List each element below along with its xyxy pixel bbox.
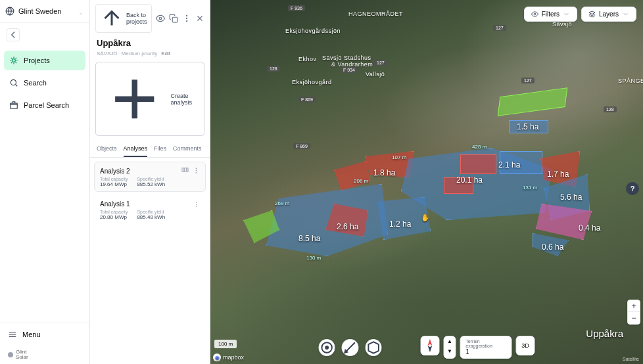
more-button[interactable] xyxy=(182,14,191,23)
svg-point-16 xyxy=(196,204,197,205)
dimension-label: 206 m xyxy=(354,178,368,184)
help-button[interactable]: ? xyxy=(626,182,639,195)
project-priority: Medium priority xyxy=(122,51,158,57)
stat-label: Total capacity xyxy=(100,177,128,181)
locate-button[interactable] xyxy=(319,339,335,356)
terrain-value: 1 xyxy=(465,348,506,355)
stat-value: 20.80 MWp xyxy=(100,214,128,220)
parcel-area-label: 8.5 ha xyxy=(298,234,320,243)
road-shield: 128 xyxy=(267,66,280,72)
edit-project-button[interactable]: Edit xyxy=(161,51,170,57)
parcel-icon xyxy=(9,101,18,110)
map-parcel-polygon[interactable] xyxy=(334,161,370,191)
sidebar-menu-button[interactable]: Menu xyxy=(0,323,89,346)
tab-files[interactable]: Files xyxy=(154,141,166,157)
stat-label: Specific yield xyxy=(137,210,165,214)
stat-label: Specific yield xyxy=(137,177,165,181)
map-parcel-polygon[interactable] xyxy=(460,154,496,174)
analysis-card[interactable]: Analysis 1 Total capacity20.80 MWp Speci… xyxy=(94,196,206,225)
dimension-label: 428 m xyxy=(472,144,487,150)
svg-rect-3 xyxy=(11,103,18,108)
more-icon[interactable] xyxy=(193,166,200,175)
create-analysis-button[interactable]: Create analysis xyxy=(95,62,204,136)
org-selector[interactable]: Glint Sweden xyxy=(0,0,89,23)
zoom-in-button[interactable]: + xyxy=(628,300,640,312)
panels-icon[interactable] xyxy=(181,166,189,173)
layers-button[interactable]: Layers xyxy=(581,7,636,22)
svg-point-17 xyxy=(196,206,197,207)
tilt-control: ▲ ▼ xyxy=(443,336,456,359)
copy-button[interactable] xyxy=(169,14,178,23)
sidebar-item-parcel-search[interactable]: Parcel Search xyxy=(4,95,85,115)
sidebar-label: Projects xyxy=(24,57,50,64)
visibility-toggle-button[interactable] xyxy=(156,14,165,23)
zoom-control: + − xyxy=(627,300,640,325)
road-shield: F 934 xyxy=(341,67,358,73)
scale-bar: 100 m xyxy=(214,340,237,348)
stat-value: 885.52 kWh xyxy=(137,181,165,187)
back-label: Back to projects xyxy=(126,12,147,25)
dimension-label: 269 m xyxy=(275,200,289,206)
project-panel: Back to projects Uppåkra SÄVSJÖ Medium p… xyxy=(90,0,210,364)
tab-analyses[interactable]: Analyses xyxy=(124,141,148,157)
road-shield: F 936 xyxy=(288,5,305,11)
terrain-exaggeration-control[interactable]: Terrain exaggeration 1 xyxy=(460,336,512,359)
layers-icon xyxy=(588,11,596,18)
tab-comments[interactable]: Comments xyxy=(173,141,202,157)
svg-point-8 xyxy=(186,20,187,22)
filters-button[interactable]: Filters xyxy=(524,7,577,22)
project-title: Uppåkra xyxy=(90,37,210,49)
toggle-3d-button[interactable]: 3D xyxy=(516,336,535,355)
tilt-up-button[interactable]: ▲ xyxy=(444,336,456,346)
dimension-label: 107 m xyxy=(392,154,406,160)
tab-objects[interactable]: Objects xyxy=(97,141,117,157)
stat-value: 19.64 MWp xyxy=(100,181,128,187)
project-region: SÄVSJÖ xyxy=(97,51,118,57)
parcel-area-label: 1.8 ha xyxy=(373,168,395,177)
back-to-projects-button[interactable]: Back to projects xyxy=(95,4,152,33)
stat-label: Total capacity xyxy=(100,210,128,214)
app-sidebar: Glint Sweden Projects Search Parcel Sear… xyxy=(0,0,90,364)
close-panel-button[interactable] xyxy=(195,14,204,23)
map-place-label: Sävsjö Stadshus xyxy=(322,55,371,61)
arrow-left-icon xyxy=(100,7,124,30)
road-shield: F 869 xyxy=(298,97,316,102)
mapbox-attribution: ◉ mapbox xyxy=(213,353,244,361)
map-canvas[interactable]: HAGNEOMRÅDETVallsjöEksjöhovgårdEksjöhovg… xyxy=(210,0,643,364)
sidebar-item-search[interactable]: Search xyxy=(4,73,85,93)
measure-button[interactable] xyxy=(342,339,358,356)
parcel-area-label: 20.1 ha xyxy=(456,175,483,185)
svg-rect-11 xyxy=(187,168,188,172)
sidebar-collapse-button[interactable] xyxy=(7,28,20,41)
org-name: Glint Sweden xyxy=(18,7,74,15)
mapbox-logo-icon: ◉ xyxy=(213,353,221,361)
filters-label: Filters xyxy=(542,11,560,18)
map-place-label: SPÅNGEN xyxy=(618,78,643,84)
svg-point-14 xyxy=(196,172,197,173)
more-icon[interactable] xyxy=(193,200,200,208)
stat-value: 885.48 kWh xyxy=(137,214,165,220)
road-shield: 127 xyxy=(493,25,506,31)
map-place-label: Sävsjö xyxy=(552,21,572,28)
draw-polygon-button[interactable] xyxy=(365,339,381,356)
svg-point-18 xyxy=(534,13,536,15)
sidebar-item-projects[interactable]: Projects xyxy=(4,51,85,70)
parcel-area-label: 1.7 ha xyxy=(547,170,569,179)
svg-rect-9 xyxy=(182,168,184,172)
svg-point-20 xyxy=(325,346,328,349)
compass-button[interactable] xyxy=(420,336,439,355)
svg-point-13 xyxy=(196,170,197,171)
project-name-overlay: Uppåkra xyxy=(586,328,623,339)
analysis-name: Analysis 2 xyxy=(100,168,130,175)
zoom-out-button[interactable]: − xyxy=(628,312,640,324)
map-place-label: Ekhov xyxy=(298,56,317,62)
road-shield: 127 xyxy=(374,60,387,66)
map-parcel-polygon[interactable] xyxy=(498,87,568,116)
tilt-down-button[interactable]: ▼ xyxy=(444,346,456,356)
terrain-label: Terrain exaggeration xyxy=(465,339,506,348)
analysis-card[interactable]: Analysis 2 Total capacity19.64 MWp Speci… xyxy=(94,162,206,191)
map-parcel-polygon[interactable] xyxy=(266,184,388,256)
svg-point-4 xyxy=(159,17,162,20)
brand: GlintSolar xyxy=(0,346,89,364)
plus-icon xyxy=(101,66,168,132)
